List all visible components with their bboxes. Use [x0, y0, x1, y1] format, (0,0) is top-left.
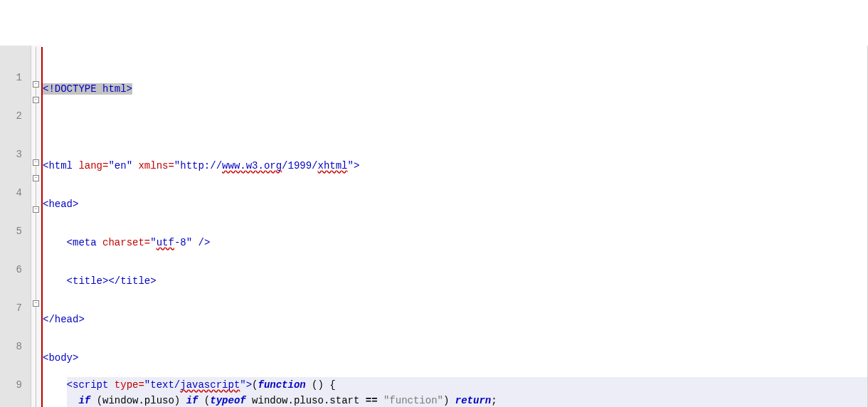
selection: <!DOCTYPE html>	[43, 83, 132, 95]
code-line[interactable]: <head>	[43, 196, 867, 212]
change-marker	[41, 47, 43, 407]
code-line[interactable]: <!DOCTYPE html>	[43, 81, 867, 97]
code-editor[interactable]: 1 2 3 4 5 6 7 8 9 10 11 12 13 14 15 16 1…	[0, 46, 868, 407]
line-number: 8	[0, 339, 22, 354]
code-area[interactable]: <!DOCTYPE html> <html lang="en" xmlns="h…	[41, 46, 867, 407]
code-line[interactable]: <script type="text/javascript">(function…	[67, 377, 867, 393]
code-line[interactable]	[43, 120, 867, 135]
line-number-gutter: 1 2 3 4 5 6 7 8 9 10 11 12 13 14 15 16 1…	[0, 46, 31, 407]
line-number: 5	[0, 223, 22, 239]
line-number: 7	[0, 300, 22, 316]
code-line[interactable]: <body>	[43, 350, 867, 366]
fold-toggle-icon[interactable]: -	[33, 159, 39, 166]
code-line[interactable]: <html lang="en" xmlns="http://www.w3.org…	[43, 158, 867, 174]
fold-column: - - - - - -	[31, 46, 41, 407]
code-line[interactable]: </head>	[43, 312, 867, 327]
code-line[interactable]: if (window.pluso) if (typeof window.plus…	[67, 393, 867, 407]
line-number: 6	[0, 262, 22, 278]
line-number: 9	[0, 377, 22, 393]
fold-toggle-icon[interactable]: -	[33, 81, 39, 88]
fold-toggle-icon[interactable]: -	[33, 97, 39, 103]
fold-toggle-icon[interactable]: -	[33, 175, 39, 181]
line-number: 1	[0, 70, 22, 85]
code-line[interactable]: <meta charset="utf-8" />	[43, 235, 867, 250]
fold-toggle-icon[interactable]: -	[33, 206, 39, 213]
line-number: 2	[0, 108, 22, 124]
line-number: 4	[0, 185, 22, 201]
code-line[interactable]: <title></title>	[43, 273, 867, 289]
line-number: 3	[0, 147, 22, 162]
fold-toggle-icon[interactable]: -	[33, 300, 39, 307]
